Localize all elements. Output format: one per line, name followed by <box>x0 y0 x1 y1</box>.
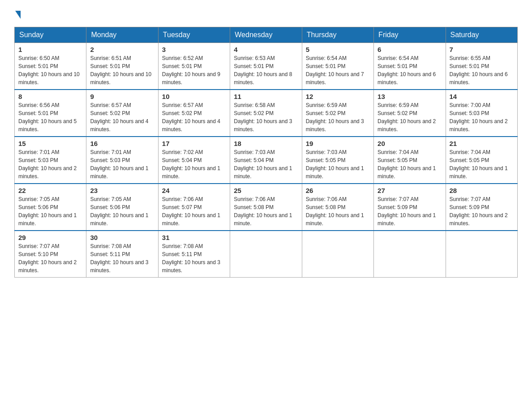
day-number: 15 <box>18 140 82 147</box>
day-number: 12 <box>306 93 370 100</box>
day-number: 22 <box>18 187 82 194</box>
day-info: Sunrise: 7:06 AMSunset: 5:08 PMDaylight:… <box>306 196 364 227</box>
day-number: 5 <box>306 46 370 53</box>
day-number: 14 <box>450 93 514 100</box>
day-info: Sunrise: 6:56 AMSunset: 5:01 PMDaylight:… <box>18 102 77 133</box>
calendar-header-friday: Friday <box>374 27 446 43</box>
day-number: 29 <box>18 234 82 241</box>
calendar-cell: 2 Sunrise: 6:51 AMSunset: 5:01 PMDayligh… <box>86 43 158 90</box>
calendar-cell <box>302 231 373 278</box>
day-info: Sunrise: 7:08 AMSunset: 5:11 PMDaylight:… <box>90 243 148 274</box>
day-info: Sunrise: 6:51 AMSunset: 5:01 PMDaylight:… <box>90 55 151 86</box>
day-info: Sunrise: 6:59 AMSunset: 5:02 PMDaylight:… <box>306 102 364 133</box>
day-info: Sunrise: 7:03 AMSunset: 5:04 PMDaylight:… <box>234 149 292 180</box>
day-number: 30 <box>90 234 154 241</box>
calendar-cell: 6 Sunrise: 6:54 AMSunset: 5:01 PMDayligh… <box>374 43 446 90</box>
day-info: Sunrise: 6:53 AMSunset: 5:01 PMDaylight:… <box>234 55 292 86</box>
logo-arrow-icon <box>15 11 21 19</box>
day-info: Sunrise: 7:02 AMSunset: 5:04 PMDaylight:… <box>162 149 220 180</box>
day-info: Sunrise: 7:03 AMSunset: 5:05 PMDaylight:… <box>306 149 364 180</box>
calendar-cell <box>230 231 302 278</box>
day-info: Sunrise: 7:01 AMSunset: 5:03 PMDaylight:… <box>18 149 77 180</box>
calendar-cell: 8 Sunrise: 6:56 AMSunset: 5:01 PMDayligh… <box>15 90 86 137</box>
calendar-header-sunday: Sunday <box>15 27 86 43</box>
day-number: 3 <box>162 46 226 53</box>
calendar-cell: 20 Sunrise: 7:04 AMSunset: 5:05 PMDaylig… <box>374 137 446 184</box>
day-info: Sunrise: 6:54 AMSunset: 5:01 PMDaylight:… <box>306 55 364 86</box>
calendar-cell: 22 Sunrise: 7:05 AMSunset: 5:06 PMDaylig… <box>15 184 86 231</box>
calendar-cell: 11 Sunrise: 6:58 AMSunset: 5:02 PMDaylig… <box>230 90 302 137</box>
day-info: Sunrise: 7:01 AMSunset: 5:03 PMDaylight:… <box>90 149 148 180</box>
day-number: 26 <box>306 187 370 194</box>
calendar-cell: 26 Sunrise: 7:06 AMSunset: 5:08 PMDaylig… <box>302 184 373 231</box>
day-info: Sunrise: 7:07 AMSunset: 5:09 PMDaylight:… <box>450 196 508 227</box>
calendar-cell: 1 Sunrise: 6:50 AMSunset: 5:01 PMDayligh… <box>15 43 86 90</box>
calendar-header-row: SundayMondayTuesdayWednesdayThursdayFrid… <box>15 27 518 43</box>
logo <box>14 11 21 18</box>
day-info: Sunrise: 7:00 AMSunset: 5:03 PMDaylight:… <box>450 102 508 133</box>
calendar-cell: 5 Sunrise: 6:54 AMSunset: 5:01 PMDayligh… <box>302 43 373 90</box>
day-info: Sunrise: 7:05 AMSunset: 5:06 PMDaylight:… <box>90 196 148 227</box>
calendar-cell: 9 Sunrise: 6:57 AMSunset: 5:02 PMDayligh… <box>86 90 158 137</box>
calendar-cell: 19 Sunrise: 7:03 AMSunset: 5:05 PMDaylig… <box>302 137 373 184</box>
day-info: Sunrise: 6:50 AMSunset: 5:01 PMDaylight:… <box>18 55 80 86</box>
day-info: Sunrise: 7:07 AMSunset: 5:10 PMDaylight:… <box>18 243 77 274</box>
day-info: Sunrise: 7:04 AMSunset: 5:05 PMDaylight:… <box>450 149 508 180</box>
day-number: 18 <box>234 140 298 147</box>
day-info: Sunrise: 6:58 AMSunset: 5:02 PMDaylight:… <box>234 102 292 133</box>
day-info: Sunrise: 7:07 AMSunset: 5:09 PMDaylight:… <box>378 196 436 227</box>
calendar-week-row: 8 Sunrise: 6:56 AMSunset: 5:01 PMDayligh… <box>15 90 518 137</box>
calendar-cell: 27 Sunrise: 7:07 AMSunset: 5:09 PMDaylig… <box>374 184 446 231</box>
day-number: 2 <box>90 46 154 53</box>
calendar-cell: 28 Sunrise: 7:07 AMSunset: 5:09 PMDaylig… <box>446 184 517 231</box>
calendar-cell: 29 Sunrise: 7:07 AMSunset: 5:10 PMDaylig… <box>15 231 86 278</box>
calendar-header-monday: Monday <box>86 27 158 43</box>
day-number: 8 <box>18 93 82 100</box>
day-number: 31 <box>162 234 226 241</box>
calendar-cell: 18 Sunrise: 7:03 AMSunset: 5:04 PMDaylig… <box>230 137 302 184</box>
calendar-week-row: 29 Sunrise: 7:07 AMSunset: 5:10 PMDaylig… <box>15 231 518 278</box>
calendar-cell: 13 Sunrise: 6:59 AMSunset: 5:02 PMDaylig… <box>374 90 446 137</box>
day-number: 11 <box>234 93 298 100</box>
calendar-header-saturday: Saturday <box>446 27 517 43</box>
calendar-cell: 25 Sunrise: 7:06 AMSunset: 5:08 PMDaylig… <box>230 184 302 231</box>
calendar-table: SundayMondayTuesdayWednesdayThursdayFrid… <box>14 27 518 278</box>
calendar-cell: 3 Sunrise: 6:52 AMSunset: 5:01 PMDayligh… <box>158 43 230 90</box>
day-info: Sunrise: 6:52 AMSunset: 5:01 PMDaylight:… <box>162 55 220 86</box>
calendar-cell: 12 Sunrise: 6:59 AMSunset: 5:02 PMDaylig… <box>302 90 373 137</box>
calendar-header-thursday: Thursday <box>302 27 373 43</box>
day-number: 10 <box>162 93 226 100</box>
day-info: Sunrise: 6:54 AMSunset: 5:01 PMDaylight:… <box>378 55 436 86</box>
calendar-week-row: 15 Sunrise: 7:01 AMSunset: 5:03 PMDaylig… <box>15 137 518 184</box>
day-number: 6 <box>378 46 442 53</box>
calendar-cell: 10 Sunrise: 6:57 AMSunset: 5:02 PMDaylig… <box>158 90 230 137</box>
day-number: 23 <box>90 187 154 194</box>
calendar-cell: 21 Sunrise: 7:04 AMSunset: 5:05 PMDaylig… <box>446 137 517 184</box>
day-number: 27 <box>378 187 442 194</box>
day-number: 13 <box>378 93 442 100</box>
day-info: Sunrise: 6:55 AMSunset: 5:01 PMDaylight:… <box>450 55 508 86</box>
calendar-cell: 15 Sunrise: 7:01 AMSunset: 5:03 PMDaylig… <box>15 137 86 184</box>
day-number: 4 <box>234 46 298 53</box>
calendar-cell: 16 Sunrise: 7:01 AMSunset: 5:03 PMDaylig… <box>86 137 158 184</box>
day-info: Sunrise: 6:57 AMSunset: 5:02 PMDaylight:… <box>90 102 148 133</box>
day-number: 16 <box>90 140 154 147</box>
day-info: Sunrise: 7:05 AMSunset: 5:06 PMDaylight:… <box>18 196 77 227</box>
day-info: Sunrise: 7:06 AMSunset: 5:08 PMDaylight:… <box>234 196 292 227</box>
day-number: 1 <box>18 46 82 53</box>
calendar-cell: 31 Sunrise: 7:08 AMSunset: 5:11 PMDaylig… <box>158 231 230 278</box>
day-number: 9 <box>90 93 154 100</box>
day-number: 17 <box>162 140 226 147</box>
day-number: 7 <box>450 46 514 53</box>
day-number: 28 <box>450 187 514 194</box>
day-number: 20 <box>378 140 442 147</box>
calendar-header-wednesday: Wednesday <box>230 27 302 43</box>
day-info: Sunrise: 6:57 AMSunset: 5:02 PMDaylight:… <box>162 102 220 133</box>
day-info: Sunrise: 7:08 AMSunset: 5:11 PMDaylight:… <box>162 243 220 274</box>
calendar-header-tuesday: Tuesday <box>158 27 230 43</box>
day-number: 19 <box>306 140 370 147</box>
calendar-cell: 23 Sunrise: 7:05 AMSunset: 5:06 PMDaylig… <box>86 184 158 231</box>
calendar-week-row: 22 Sunrise: 7:05 AMSunset: 5:06 PMDaylig… <box>15 184 518 231</box>
page-header <box>14 11 518 18</box>
calendar-cell: 14 Sunrise: 7:00 AMSunset: 5:03 PMDaylig… <box>446 90 517 137</box>
